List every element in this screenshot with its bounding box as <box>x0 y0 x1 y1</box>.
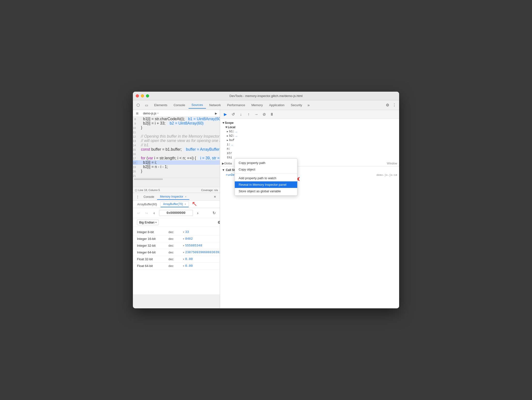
minimize-button[interactable] <box>141 94 144 97</box>
insp-arrow-int8[interactable]: ▾ <box>183 231 184 233</box>
close-button[interactable] <box>136 94 139 97</box>
history-forward-button[interactable]: ↪ <box>144 210 149 216</box>
address-refresh-button[interactable]: ↻ <box>211 210 217 216</box>
tab-console-bottom[interactable]: Console <box>141 194 157 200</box>
code-line-18: 18 b1[i] = i; <box>133 160 220 165</box>
tab-security[interactable]: Security <box>288 102 305 108</box>
devtools-tab-bar: ⬡ ▭ Elements Console Sources Network Per… <box>133 100 399 110</box>
scope-item-i[interactable]: i: … <box>222 142 397 147</box>
bottom-tabs-more-icon[interactable]: ⋮ <box>135 194 141 200</box>
buffer-tab-70-close[interactable]: × <box>185 203 186 206</box>
tab-memory[interactable]: Memory <box>249 102 266 108</box>
insp-value-int16: 8482 <box>185 237 193 241</box>
address-prev-button[interactable]: ‹ <box>151 210 157 216</box>
status-bar: { } Line 18, Column 5 Coverage: n/a <box>133 187 220 193</box>
address-bar: ↩ ↪ ‹ › ↻ <box>133 208 220 218</box>
file-tab-demo-js[interactable]: demo-js.js × <box>141 111 161 116</box>
scope-label: Scope <box>225 121 234 125</box>
inspector-values: Integer 8-bit dec ▾ 33 Integer 16-bit de… <box>133 227 220 294</box>
insp-label-float64: Float 64-bit <box>137 264 168 268</box>
step-into-button[interactable]: ↓ <box>237 111 244 118</box>
address-input[interactable] <box>159 210 193 216</box>
format-icon[interactable]: { } <box>135 189 137 192</box>
file-tree-icon[interactable]: ⊞ <box>134 110 141 117</box>
tab-memory-inspector[interactable]: Memory Inspector × <box>157 194 189 200</box>
history-back-button[interactable]: ↩ <box>136 210 142 216</box>
ctx-reveal-memory[interactable]: Reveal in Memory Inspector panel <box>235 181 297 188</box>
tab-elements[interactable]: Elements <box>151 102 170 108</box>
insp-value-int8: 33 <box>185 230 189 234</box>
insp-label-float32: Float 32-bit <box>137 257 168 261</box>
insp-label-int64: Integer 64-bit <box>137 251 168 254</box>
code-line-20: 20 } <box>133 169 220 173</box>
code-editor[interactable]: 8 b1[i] = str.charCodeAt(i); b1 = Uint8A… <box>133 117 220 187</box>
insp-arrow-float32[interactable]: ▾ <box>183 258 184 260</box>
scope-item-str[interactable]: str <box>222 151 397 156</box>
scope-header[interactable]: ▼ Scope <box>222 121 397 125</box>
global-value: Window <box>387 162 397 165</box>
code-line-8: 8 b1[i] = str.charCodeAt(i); b1 = Uint8A… <box>133 117 220 121</box>
buffer-tab-60[interactable]: ArrayBuffer(60) <box>135 202 160 207</box>
endian-selector[interactable]: Big Endian ▾ <box>137 220 159 225</box>
bottom-panel-close-button[interactable]: × <box>212 194 218 200</box>
resume-button[interactable]: ▶ <box>222 111 229 118</box>
scrollbar-thumb[interactable] <box>134 178 163 180</box>
scope-panel: ▼ Scope ▼ Local ▶ b1: … <box>220 119 399 308</box>
tab-console[interactable]: Console <box>171 102 188 108</box>
pause-on-exceptions-button[interactable]: ⏸ <box>268 111 275 118</box>
scope-item-buf[interactable]: ▶ buf <box>222 138 397 142</box>
buffer-tab-70[interactable]: ArrayBuffer(70) × <box>160 201 189 207</box>
scope-item-b1[interactable]: ▶ b1: … <box>222 129 397 134</box>
tab-network[interactable]: Network <box>206 102 224 108</box>
insp-value-float64: 0.00 <box>185 264 193 268</box>
global-expand-icon: ▶ <box>222 162 224 165</box>
address-next-button[interactable]: › <box>195 210 201 216</box>
maximize-button[interactable] <box>146 94 149 97</box>
context-menu: Copy property path Copy object Add prope… <box>235 158 297 196</box>
local-header[interactable]: ▼ Local <box>222 125 397 129</box>
title-bar: DevTools - memory-inspector.glitch.me/de… <box>133 92 399 100</box>
red-arrow-annotation: ↙ <box>192 200 197 208</box>
code-line-21: 21 <box>133 173 220 178</box>
file-tab-close-icon[interactable]: × <box>157 112 159 115</box>
tabs-more-button[interactable]: » <box>305 102 312 108</box>
step-out-button[interactable]: ↑ <box>245 111 252 118</box>
code-line-11: 11 <box>133 130 220 134</box>
insp-arrow-int64[interactable]: ▾ <box>183 251 184 254</box>
insp-arrow-int16[interactable]: ▾ <box>183 237 184 240</box>
scope-item-b2[interactable]: ▶ b2: … <box>222 134 397 138</box>
step-over-button[interactable]: ↺ <box>230 111 236 118</box>
debugger-toolbar: ▶ ↺ ↓ ↑ → ⊘ ⏸ <box>220 110 399 119</box>
tab-sources[interactable]: Sources <box>189 102 206 109</box>
global-label: Globa <box>224 162 232 165</box>
ctx-add-watch[interactable]: Add property path to watch <box>235 175 297 181</box>
ctx-copy-object[interactable]: Copy object <box>235 166 297 173</box>
run-code-icon[interactable]: ▶ <box>213 111 219 116</box>
inspector-settings-icon[interactable]: ⚙ <box>218 220 220 225</box>
insp-label-int8: Integer 8-bit <box>137 230 168 234</box>
more-options-icon[interactable]: ⋮ <box>391 102 397 109</box>
deactivate-breakpoints-button[interactable]: ⊘ <box>261 111 267 118</box>
tab-performance[interactable]: Performance <box>224 102 248 108</box>
insp-arrow-float64[interactable]: ▾ <box>183 265 184 267</box>
ctx-copy-property-path[interactable]: Copy property path <box>235 160 297 166</box>
horizontal-scrollbar[interactable] <box>133 178 220 180</box>
tab-application[interactable]: Application <box>266 102 288 108</box>
code-line-19: 19 b2[i] = n - i - 1; <box>133 165 220 169</box>
bottom-tab-bar: ⋮ Console Memory Inspector × × <box>133 193 220 201</box>
insp-row-int32: Integer 32-bit dec ▾ 555885348 <box>133 242 220 249</box>
settings-icon[interactable]: ⚙ <box>384 102 391 109</box>
ctx-store-global[interactable]: Store object as global variable <box>235 188 297 194</box>
device-icon[interactable]: ▭ <box>143 102 150 109</box>
scope-item-n[interactable]: n: <box>222 147 397 151</box>
cursor-icon[interactable]: ⬡ <box>135 102 142 109</box>
insp-type-int8: dec <box>168 230 183 234</box>
insp-arrow-int32[interactable]: ▾ <box>183 244 184 247</box>
file-tab-label: demo-js.js <box>143 112 156 115</box>
insp-row-int8: Integer 8-bit dec ▾ 33 <box>133 229 220 236</box>
insp-type-int64: dec <box>168 251 183 254</box>
step-button[interactable]: → <box>253 111 260 118</box>
memory-content: 00000000 21 22 23 24 ! " <box>133 218 220 294</box>
memory-inspector-tab-close[interactable]: × <box>185 195 186 198</box>
file-tabs: ⊞ demo-js.js × ▶ <box>133 110 220 117</box>
